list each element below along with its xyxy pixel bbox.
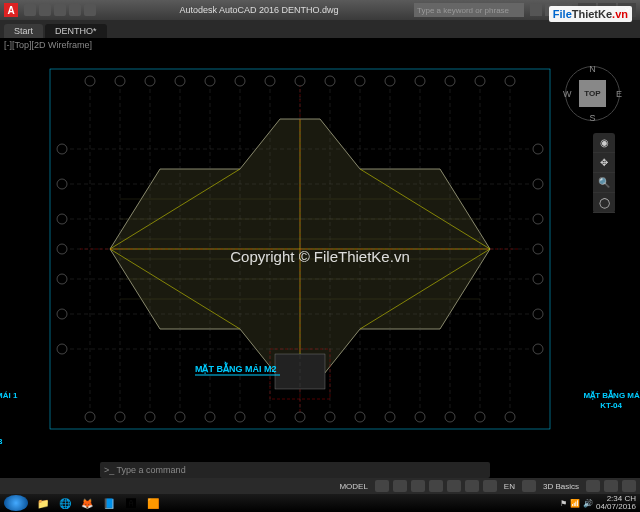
svg-point-52: [475, 76, 485, 86]
svg-point-60: [265, 412, 275, 422]
svg-point-57: [175, 412, 185, 422]
nav-wheel-icon[interactable]: ◉: [593, 133, 615, 153]
quick-access-toolbar: [24, 4, 96, 16]
svg-point-78: [533, 214, 543, 224]
svg-point-67: [475, 412, 485, 422]
status-ortho-icon[interactable]: [411, 480, 425, 492]
status-workspace[interactable]: 3D Basics: [540, 482, 582, 491]
svg-point-66: [445, 412, 455, 422]
qat-save-icon[interactable]: [54, 4, 66, 16]
status-otrack-icon[interactable]: [465, 480, 479, 492]
svg-point-54: [85, 412, 95, 422]
svg-point-63: [355, 412, 365, 422]
svg-point-69: [57, 144, 67, 154]
svg-point-46: [295, 76, 305, 86]
signin-icon[interactable]: [530, 4, 542, 16]
drawing-viewport[interactable]: [-][Top][2D Wireframe] TOP N S E W ◉ ✥ 🔍…: [0, 38, 640, 460]
svg-point-51: [445, 76, 455, 86]
viewcube-face[interactable]: TOP: [579, 80, 606, 107]
tab-start[interactable]: Start: [4, 24, 43, 38]
status-clean-icon[interactable]: [604, 480, 618, 492]
svg-point-42: [175, 76, 185, 86]
tray-flag-icon[interactable]: ⚑: [560, 499, 567, 508]
nav-zoom-icon[interactable]: 🔍: [593, 173, 615, 193]
taskbar-chrome-icon[interactable]: 🌐: [55, 496, 75, 510]
status-gear-icon[interactable]: [586, 480, 600, 492]
taskbar-word-icon[interactable]: 📘: [99, 496, 119, 510]
svg-point-43: [205, 76, 215, 86]
status-snap-icon[interactable]: [393, 480, 407, 492]
svg-point-44: [235, 76, 245, 86]
tray-network-icon[interactable]: 📶: [570, 499, 580, 508]
windows-taskbar: 📁 🌐 🦊 📘 🅰 🟧 ⚑ 📶 🔊 2:34 CH 04/07/2016: [0, 494, 640, 512]
svg-point-81: [533, 309, 543, 319]
svg-point-56: [145, 412, 155, 422]
svg-point-62: [325, 412, 335, 422]
status-lweight-icon[interactable]: [483, 480, 497, 492]
svg-point-75: [57, 344, 67, 354]
cad-drawing: MẶT BẰNG MÁI M2: [20, 48, 580, 450]
svg-point-59: [235, 412, 245, 422]
svg-point-47: [325, 76, 335, 86]
status-model-button[interactable]: MODEL: [336, 482, 370, 491]
svg-point-79: [533, 244, 543, 254]
svg-point-48: [355, 76, 365, 86]
svg-point-58: [205, 412, 215, 422]
svg-point-76: [533, 144, 543, 154]
svg-point-53: [505, 76, 515, 86]
adjacent-label-left: MÁI 1: [0, 391, 17, 400]
nav-pan-icon[interactable]: ✥: [593, 153, 615, 173]
status-anno-icon[interactable]: [522, 480, 536, 492]
status-custom-icon[interactable]: [622, 480, 636, 492]
svg-point-70: [57, 179, 67, 189]
svg-point-61: [295, 412, 305, 422]
qat-undo-icon[interactable]: [69, 4, 81, 16]
start-button[interactable]: [4, 495, 28, 511]
taskbar-app-icon[interactable]: 🟧: [143, 496, 163, 510]
navigation-bar: ◉ ✥ 🔍 ◯: [593, 133, 615, 213]
sheet-label-br: KT-04: [600, 401, 622, 410]
tray-sound-icon[interactable]: 🔊: [583, 499, 593, 508]
tab-active-file[interactable]: DENTHO*: [45, 24, 107, 38]
app-logo-icon[interactable]: A: [4, 3, 18, 17]
svg-point-72: [57, 244, 67, 254]
qat-open-icon[interactable]: [39, 4, 51, 16]
svg-point-73: [57, 274, 67, 284]
status-osnap-icon[interactable]: [447, 480, 461, 492]
status-lang[interactable]: EN: [501, 482, 518, 491]
svg-point-65: [415, 412, 425, 422]
taskbar-firefox-icon[interactable]: 🦊: [77, 496, 97, 510]
taskbar-autocad-icon[interactable]: 🅰: [121, 496, 141, 510]
compass-s: S: [589, 113, 595, 123]
file-tabs: Start DENTHO*: [0, 20, 640, 38]
nav-orbit-icon[interactable]: ◯: [593, 193, 615, 213]
svg-point-71: [57, 214, 67, 224]
taskbar-clock[interactable]: 2:34 CH 04/07/2016: [596, 495, 636, 511]
drawing-title: MẶT BẰNG MÁI M2: [195, 361, 277, 374]
svg-point-45: [265, 76, 275, 86]
help-search-input[interactable]: Type a keyword or phrase: [414, 3, 524, 17]
qat-redo-icon[interactable]: [84, 4, 96, 16]
status-polar-icon[interactable]: [429, 480, 443, 492]
status-grid-icon[interactable]: [375, 480, 389, 492]
svg-point-55: [115, 412, 125, 422]
command-prompt: >_ Type a command: [104, 465, 186, 475]
svg-point-40: [115, 76, 125, 86]
svg-point-49: [385, 76, 395, 86]
taskbar-explorer-icon[interactable]: 📁: [33, 496, 53, 510]
status-bar: MODEL EN 3D Basics: [0, 478, 640, 494]
svg-point-39: [85, 76, 95, 86]
system-tray: ⚑ 📶 🔊 2:34 CH 04/07/2016: [560, 495, 640, 511]
adjacent-label-right: MẶT BẰNG MÁI: [584, 391, 640, 400]
svg-point-74: [57, 309, 67, 319]
svg-point-82: [533, 344, 543, 354]
watermark-logo: FileThietKe.vn: [549, 6, 632, 22]
command-line[interactable]: >_ Type a command: [100, 462, 490, 478]
svg-point-41: [145, 76, 155, 86]
svg-point-50: [415, 76, 425, 86]
sheet-label-bl: 3: [0, 437, 2, 446]
qat-new-icon[interactable]: [24, 4, 36, 16]
svg-point-80: [533, 274, 543, 284]
compass-n: N: [589, 64, 596, 74]
svg-point-77: [533, 179, 543, 189]
